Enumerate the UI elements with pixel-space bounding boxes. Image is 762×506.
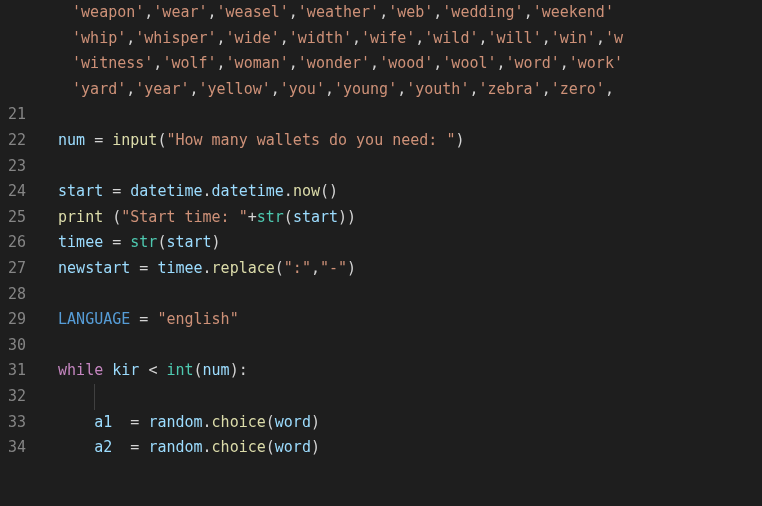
line-number-blank bbox=[8, 51, 26, 77]
code-line: num = input("How many wallets do you nee… bbox=[58, 128, 762, 154]
code-line: start = datetime.datetime.now() bbox=[58, 179, 762, 205]
line-number: 34 bbox=[8, 435, 26, 461]
line-number: 26 bbox=[8, 230, 26, 256]
line-number: 28 bbox=[8, 282, 26, 308]
line-number-blank bbox=[8, 26, 26, 52]
code-line bbox=[58, 333, 762, 359]
line-number: 32 bbox=[8, 384, 26, 410]
code-line bbox=[58, 102, 762, 128]
code-line: a1 = random.choice(word) bbox=[58, 410, 762, 436]
code-line: while kir < int(num): bbox=[58, 358, 762, 384]
line-number-blank bbox=[8, 0, 26, 26]
code-editor: 2122232425262728293031323334 'weapon','w… bbox=[0, 0, 762, 506]
line-number: 29 bbox=[8, 307, 26, 333]
code-line: 'yard','year','yellow','you','young','yo… bbox=[58, 77, 762, 103]
code-line: timee = str(start) bbox=[58, 230, 762, 256]
line-number: 27 bbox=[8, 256, 26, 282]
line-number-gutter: 2122232425262728293031323334 bbox=[0, 0, 44, 506]
code-line: 'witness','wolf','woman','wonder','wood'… bbox=[58, 51, 762, 77]
code-line: 'weapon','wear','weasel','weather','web'… bbox=[58, 0, 762, 26]
code-line: a2 = random.choice(word) bbox=[58, 435, 762, 461]
line-number: 21 bbox=[8, 102, 26, 128]
line-number: 25 bbox=[8, 205, 26, 231]
line-number: 23 bbox=[8, 154, 26, 180]
code-line: print ("Start time: "+str(start)) bbox=[58, 205, 762, 231]
code-line: newstart = timee.replace(":","-") bbox=[58, 256, 762, 282]
code-area[interactable]: 'weapon','wear','weasel','weather','web'… bbox=[44, 0, 762, 506]
code-line bbox=[58, 384, 762, 410]
line-number: 33 bbox=[8, 410, 26, 436]
line-number: 30 bbox=[8, 333, 26, 359]
code-line: LANGUAGE = "english" bbox=[58, 307, 762, 333]
line-number-blank bbox=[8, 77, 26, 103]
code-line bbox=[58, 154, 762, 180]
code-line bbox=[58, 282, 762, 308]
line-number: 22 bbox=[8, 128, 26, 154]
line-number: 24 bbox=[8, 179, 26, 205]
line-number: 31 bbox=[8, 358, 26, 384]
code-line: 'whip','whisper','wide','width','wife','… bbox=[58, 26, 762, 52]
